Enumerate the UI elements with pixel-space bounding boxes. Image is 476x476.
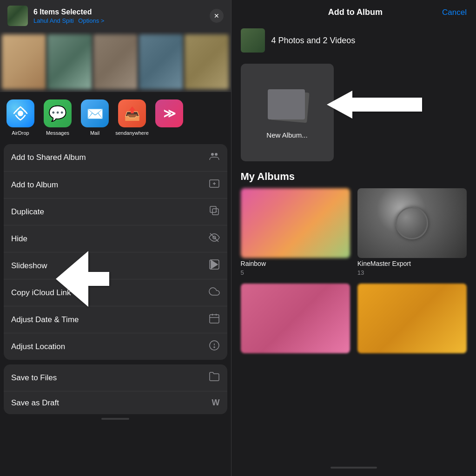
right-header: Add to Album Cancel [231,0,476,23]
svg-point-1 [211,153,214,156]
hide-icon [209,232,220,245]
header-text: 6 Items Selected Lahul And Spiti Options… [33,8,204,24]
photo-thumb-3[interactable] [93,34,138,89]
album-item-rainbow[interactable]: Rainbow 5 [241,188,350,276]
svg-rect-14 [210,315,219,323]
photo-thumb-2[interactable] [47,34,92,89]
copy-icloud-icon [209,286,220,299]
options-link[interactable]: Options > [78,17,104,24]
new-album-section: New Album... [231,58,476,167]
album-subtitle: Lahul And Spiti Options > [33,17,204,24]
svg-point-2 [215,153,218,156]
duplicate-icon [209,205,220,218]
album-item-kinemaster[interactable]: KineMaster Export 13 [357,188,467,276]
items-selected-title: 6 Items Selected [33,8,204,16]
share-panel: 6 Items Selected Lahul And Spiti Options… [0,0,231,476]
svg-rect-7 [210,206,216,212]
photo-thumb-5[interactable] [185,34,229,89]
new-album-tile[interactable]: New Album... [241,64,334,161]
slideshow-label: Slideshow [11,261,47,271]
svg-point-20 [214,347,215,348]
add-to-album-title: Add to Album [269,7,443,17]
close-button[interactable]: ✕ [210,9,224,23]
kinemaster-name: KineMaster Export [357,260,467,267]
airdrop-icon [7,99,34,127]
mail-icon: ✉️ [81,99,109,127]
copy-icloud-label: Copy iCloud Link [11,288,71,298]
adjust-location-icon [209,340,220,353]
menu-item-adjust-date[interactable]: Adjust Date & Time [4,306,227,333]
cancel-button[interactable]: Cancel [442,8,467,17]
mail-label: Mail [90,130,99,136]
menu-section-2: Save to Files Save as Draft W [4,364,227,414]
rainbow-name: Rainbow [241,260,350,267]
save-to-files-label: Save to Files [11,373,57,383]
add-to-album-panel: Add to Album Cancel 4 Photos and 2 Video… [231,0,476,476]
svg-marker-12 [211,260,218,269]
slideshow-icon [209,259,220,272]
add-to-album-label: Add to Album [11,180,58,190]
add-to-album-icon [209,178,220,192]
adjust-location-label: Adjust Location [11,342,65,351]
app-icon-sendanywhere[interactable]: 📤 sendanywhere [115,99,149,136]
add-shared-album-icon [209,151,220,165]
album-item-4[interactable] [357,284,467,357]
new-album-label: New Album... [266,129,307,139]
menu-item-hide[interactable]: Hide [4,225,227,252]
app-icon-airdrop[interactable]: AirDrop [4,99,37,136]
menu-item-copy-icloud[interactable]: Copy iCloud Link [4,279,227,306]
sendanywhere-icon: 📤 [118,99,146,127]
album-4-thumbnail [357,284,467,353]
extra-icon: ≫ [155,99,183,127]
summary-text: 4 Photos and 2 Videos [271,36,356,46]
photo-stack-front [268,89,305,119]
photo-thumb-4[interactable] [139,34,183,89]
adjust-date-icon [209,313,220,326]
kinemaster-count: 13 [357,269,467,276]
sendanywhere-label: sendanywhere [115,130,149,136]
header-thumbnail [7,6,28,26]
add-shared-album-label: Add to Shared Album [11,153,86,162]
app-icon-extra[interactable]: ≫ [152,99,186,136]
album-item-3[interactable] [241,284,350,357]
menu-item-adjust-location[interactable]: Adjust Location [4,333,227,360]
app-icon-messages[interactable]: 💬 Messages [41,99,74,136]
my-albums-section: My Albums Rainbow 5 KineMaster Export 13 [231,167,476,459]
menu-item-add-shared-album[interactable]: Add to Shared Album [4,144,227,172]
album-3-thumbnail [241,284,350,353]
messages-label: Messages [46,130,69,136]
app-icons-row: AirDrop 💬 Messages ✉️ Mail 📤 sendanywher… [0,92,231,139]
svg-marker-22 [327,91,422,119]
messages-icon: 💬 [44,99,72,127]
menu-item-add-to-album[interactable]: Add to Album [4,172,227,198]
share-header: 6 Items Selected Lahul And Spiti Options… [0,0,231,32]
svg-point-0 [18,111,23,116]
white-arrow-right [324,86,427,123]
photo-thumb-1[interactable] [2,34,46,89]
hide-label: Hide [11,234,27,244]
save-to-files-icon [209,371,220,384]
rainbow-thumbnail [241,188,350,258]
menu-item-duplicate[interactable]: Duplicate [4,198,227,225]
menu-item-save-to-files[interactable]: Save to Files [4,364,227,391]
album-name: Lahul And Spiti [33,17,74,24]
menu-section-1: Add to Shared Album Add to Album Duplica… [4,144,227,360]
rainbow-count: 5 [241,269,350,276]
summary-thumbnail [241,28,265,53]
summary-row: 4 Photos and 2 Videos [231,23,476,58]
new-album-icon [264,86,311,124]
my-albums-title: My Albums [241,171,467,183]
kinemaster-thumbnail [357,188,467,258]
save-as-draft-label: Save as Draft [11,398,59,408]
menu-item-save-as-draft[interactable]: Save as Draft W [4,391,227,414]
scroll-indicator [101,418,129,420]
adjust-date-label: Adjust Date & Time [11,315,79,324]
right-scroll-indicator [331,467,377,469]
duplicate-label: Duplicate [11,207,44,217]
airdrop-label: AirDrop [12,130,29,136]
albums-grid: Rainbow 5 KineMaster Export 13 [241,188,467,357]
photo-strip [0,32,231,92]
menu-item-slideshow[interactable]: Slideshow [4,252,227,279]
app-icon-mail[interactable]: ✉️ Mail [78,99,112,136]
save-as-draft-icon: W [212,398,220,408]
